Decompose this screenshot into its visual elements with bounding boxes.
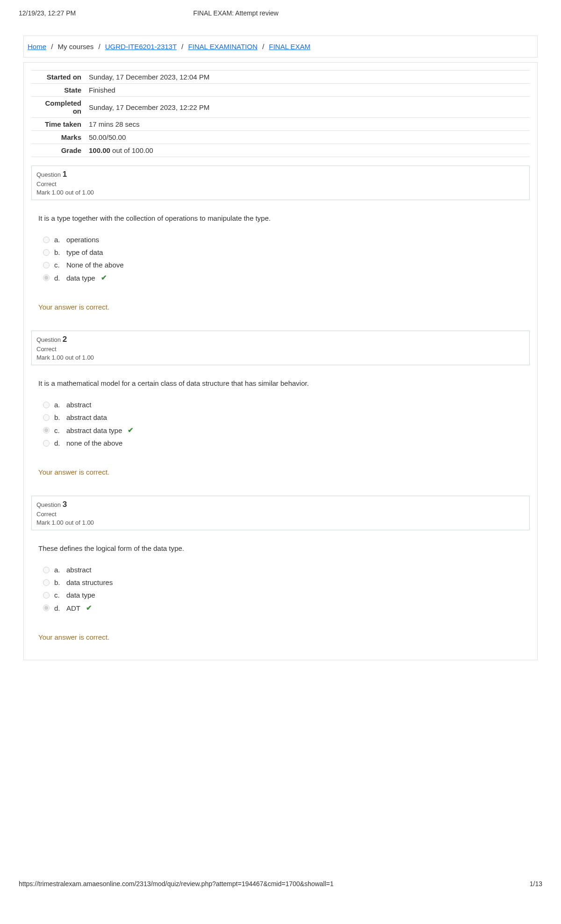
print-timestamp: 12/19/23, 12:27 PM bbox=[19, 9, 193, 17]
answer-text: abstract bbox=[66, 401, 91, 409]
question-text: It is a mathematical model for a certain… bbox=[38, 379, 523, 387]
check-icon: ✔ bbox=[128, 426, 134, 434]
footer-pagenum: 1/13 bbox=[530, 880, 542, 888]
question-block: Question 2CorrectMark 1.00 out of 1.00 bbox=[31, 331, 530, 365]
summary-label-marks: Marks bbox=[31, 131, 85, 144]
answer-text: data type bbox=[66, 591, 95, 599]
answer-letter: a. bbox=[54, 236, 62, 244]
summary-label-started-on: Started on bbox=[31, 71, 85, 84]
answer-option: d.data type✔ bbox=[43, 271, 523, 284]
question-mark: Mark 1.00 out of 1.00 bbox=[36, 189, 525, 196]
question-header: Question 3CorrectMark 1.00 out of 1.00 bbox=[32, 496, 529, 530]
answer-text: abstract data type bbox=[66, 426, 122, 434]
answer-text: ADT bbox=[66, 604, 80, 612]
breadcrumb-mycourses: My courses bbox=[58, 43, 94, 51]
breadcrumb-course[interactable]: UGRD-ITE6201-2313T bbox=[105, 43, 177, 51]
answers-list: a.abstractb.abstract datac.abstract data… bbox=[43, 398, 523, 449]
answer-letter: d. bbox=[54, 604, 62, 612]
breadcrumb: Home / My courses / UGRD-ITE6201-2313T /… bbox=[23, 36, 538, 58]
grade-rest: out of 100.00 bbox=[110, 146, 153, 154]
answer-text: abstract data bbox=[66, 413, 107, 421]
answers-list: a.abstractb.data structuresc.data typed.… bbox=[43, 563, 523, 614]
answer-option: b.data structures bbox=[43, 576, 523, 589]
answer-letter: d. bbox=[54, 439, 62, 447]
answers-list: a.operationsb.type of datac.None of the … bbox=[43, 233, 523, 284]
breadcrumb-item[interactable]: FINAL EXAM bbox=[269, 43, 310, 51]
answer-option: b.abstract data bbox=[43, 411, 523, 424]
answer-text: operations bbox=[66, 236, 99, 244]
answer-radio[interactable] bbox=[43, 249, 50, 256]
question-header: Question 1CorrectMark 1.00 out of 1.00 bbox=[32, 166, 529, 200]
answer-option: a.operations bbox=[43, 233, 523, 246]
answer-radio[interactable] bbox=[43, 440, 50, 447]
answer-letter: b. bbox=[54, 578, 62, 586]
check-icon: ✔ bbox=[86, 604, 92, 612]
summary-label-grade: Grade bbox=[31, 144, 85, 157]
answer-text: type of data bbox=[66, 248, 103, 256]
summary-label-completed-on: Completed on bbox=[31, 97, 85, 118]
answer-text: data structures bbox=[66, 578, 113, 586]
question-mark: Mark 1.00 out of 1.00 bbox=[36, 519, 525, 526]
answer-option: b.type of data bbox=[43, 246, 523, 259]
answer-text: data type bbox=[66, 274, 95, 282]
question-label: Question bbox=[36, 501, 63, 508]
answer-radio[interactable] bbox=[43, 237, 50, 243]
answer-text: none of the above bbox=[66, 439, 122, 447]
breadcrumb-home[interactable]: Home bbox=[28, 43, 46, 51]
question-mark: Mark 1.00 out of 1.00 bbox=[36, 354, 525, 361]
check-icon: ✔ bbox=[101, 274, 107, 282]
summary-value-started-on: Sunday, 17 December 2023, 12:04 PM bbox=[85, 71, 530, 84]
page-title: FINAL EXAM: Attempt review bbox=[193, 9, 367, 17]
summary-value-grade: 100.00 out of 100.00 bbox=[85, 144, 530, 157]
answer-letter: a. bbox=[54, 566, 62, 574]
answer-letter: b. bbox=[54, 248, 62, 256]
breadcrumb-sep: / bbox=[48, 43, 56, 51]
answer-letter: b. bbox=[54, 413, 62, 421]
breadcrumb-section[interactable]: FINAL EXAMINATION bbox=[188, 43, 257, 51]
question-status: Correct bbox=[36, 180, 525, 188]
answer-radio[interactable] bbox=[43, 274, 50, 281]
answer-radio[interactable] bbox=[43, 427, 50, 433]
answer-option: a.abstract bbox=[43, 563, 523, 576]
answer-option: c.data type bbox=[43, 589, 523, 601]
footer-url: https://trimestralexam.amaesonline.com/2… bbox=[19, 880, 334, 888]
feedback-text: Your answer is correct. bbox=[38, 468, 523, 476]
question-label: Question bbox=[36, 336, 63, 343]
answer-text: abstract bbox=[66, 566, 91, 574]
summary-value-completed-on: Sunday, 17 December 2023, 12:22 PM bbox=[85, 97, 530, 118]
question-text: It is a type together with the collectio… bbox=[38, 214, 523, 222]
question-number: 1 bbox=[63, 170, 67, 179]
answer-radio[interactable] bbox=[43, 402, 50, 408]
feedback-text: Your answer is correct. bbox=[38, 303, 523, 311]
summary-table: Started on Sunday, 17 December 2023, 12:… bbox=[31, 70, 530, 157]
answer-radio[interactable] bbox=[43, 605, 50, 611]
answer-letter: c. bbox=[54, 426, 62, 434]
answer-letter: c. bbox=[54, 261, 62, 269]
question-status: Correct bbox=[36, 511, 525, 518]
question-body: It is a type together with the collectio… bbox=[31, 200, 530, 322]
summary-value-marks: 50.00/50.00 bbox=[85, 131, 530, 144]
question-header: Question 2CorrectMark 1.00 out of 1.00 bbox=[32, 331, 529, 365]
answer-option: d.none of the above bbox=[43, 437, 523, 449]
question-block: Question 3CorrectMark 1.00 out of 1.00 bbox=[31, 496, 530, 530]
breadcrumb-sep: / bbox=[179, 43, 186, 51]
breadcrumb-sep: / bbox=[259, 43, 267, 51]
question-number: 2 bbox=[63, 335, 67, 344]
breadcrumb-sep: / bbox=[95, 43, 103, 51]
question-status: Correct bbox=[36, 346, 525, 353]
answer-radio[interactable] bbox=[43, 579, 50, 586]
summary-label-state: State bbox=[31, 84, 85, 97]
answer-radio[interactable] bbox=[43, 592, 50, 599]
answer-option: a.abstract bbox=[43, 398, 523, 411]
question-body: It is a mathematical model for a certain… bbox=[31, 365, 530, 487]
answer-letter: c. bbox=[54, 591, 62, 599]
answer-text: None of the above bbox=[66, 261, 124, 269]
answer-radio[interactable] bbox=[43, 567, 50, 573]
question-label: Question bbox=[36, 171, 63, 178]
summary-label-time-taken: Time taken bbox=[31, 118, 85, 131]
content-box: Started on Sunday, 17 December 2023, 12:… bbox=[23, 62, 538, 660]
answer-radio[interactable] bbox=[43, 414, 50, 421]
answer-letter: d. bbox=[54, 274, 62, 282]
answer-radio[interactable] bbox=[43, 262, 50, 268]
question-text: These defines the logical form of the da… bbox=[38, 544, 523, 552]
